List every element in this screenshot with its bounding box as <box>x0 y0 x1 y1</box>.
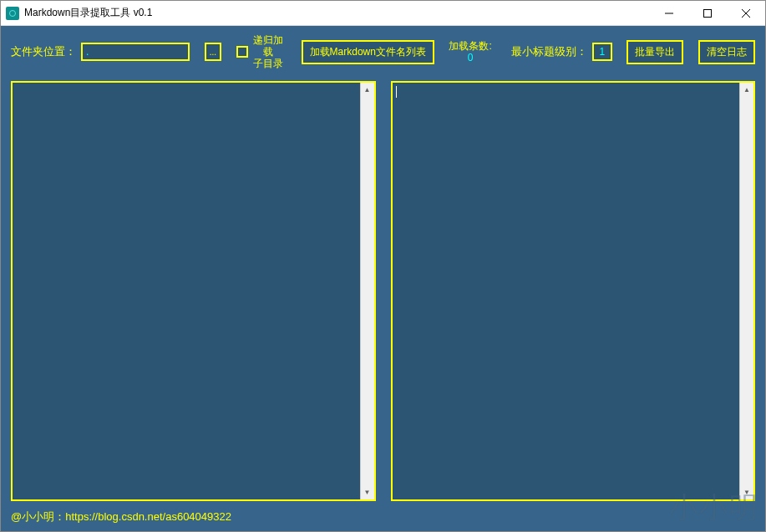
recursive-checkbox[interactable] <box>236 46 248 58</box>
min-level-label: 最小标题级别： <box>511 44 587 59</box>
maximize-button[interactable] <box>688 1 727 25</box>
min-level-input[interactable] <box>592 43 612 61</box>
load-count-value: 0 <box>449 52 491 63</box>
scroll-down-icon[interactable]: ▼ <box>740 485 753 499</box>
clear-log-button[interactable]: 清空日志 <box>698 40 755 64</box>
folder-label: 文件夹位置： <box>11 44 76 59</box>
footer-author: @小小明： <box>11 510 65 523</box>
log-output-area[interactable] <box>393 83 740 499</box>
load-count-label: 加载条数: <box>449 40 491 52</box>
recursive-label: 递归加载 子目录 <box>251 34 287 69</box>
client-area: 文件夹位置： ... 递归加载 子目录 加载Markdown文件名列表 加载条数… <box>1 26 765 531</box>
scroll-track[interactable] <box>740 97 753 485</box>
file-list-area[interactable] <box>13 83 360 499</box>
svg-rect-1 <box>704 9 712 17</box>
panels: ▲ ▼ ▲ ▼ <box>1 76 765 504</box>
scroll-up-icon[interactable]: ▲ <box>361 83 374 97</box>
right-scrollbar[interactable]: ▲ ▼ <box>739 83 753 499</box>
browse-button[interactable]: ... <box>205 43 222 61</box>
scroll-up-icon[interactable]: ▲ <box>740 83 753 97</box>
toolbar: 文件夹位置： ... 递归加载 子目录 加载Markdown文件名列表 加载条数… <box>1 26 765 76</box>
window-controls <box>650 1 765 25</box>
close-button[interactable] <box>727 1 765 25</box>
window-title: Markdown目录提取工具 v0.1 <box>24 6 650 20</box>
text-cursor <box>396 86 397 98</box>
load-files-button[interactable]: 加载Markdown文件名列表 <box>302 40 434 64</box>
folder-path-input[interactable] <box>81 43 190 61</box>
left-panel: ▲ ▼ <box>11 81 376 501</box>
footer-link[interactable]: https://blog.csdn.net/as604049322 <box>65 510 231 523</box>
left-scrollbar[interactable]: ▲ ▼ <box>360 83 374 499</box>
scroll-track[interactable] <box>361 97 374 485</box>
right-panel: ▲ ▼ <box>391 81 756 501</box>
load-count-block: 加载条数: 0 <box>449 40 491 63</box>
app-icon <box>6 7 19 20</box>
maximize-icon <box>703 9 712 18</box>
scroll-down-icon[interactable]: ▼ <box>361 485 374 499</box>
close-icon <box>742 9 750 18</box>
footer: @小小明：https://blog.csdn.net/as604049322 <box>1 504 765 531</box>
titlebar: Markdown目录提取工具 v0.1 <box>1 1 765 26</box>
minimize-button[interactable] <box>650 1 688 25</box>
minimize-icon <box>665 9 673 18</box>
batch-export-button[interactable]: 批量导出 <box>626 40 683 64</box>
app-window: Markdown目录提取工具 v0.1 文件夹位置： ... 递归加载 子目录 <box>0 0 766 532</box>
